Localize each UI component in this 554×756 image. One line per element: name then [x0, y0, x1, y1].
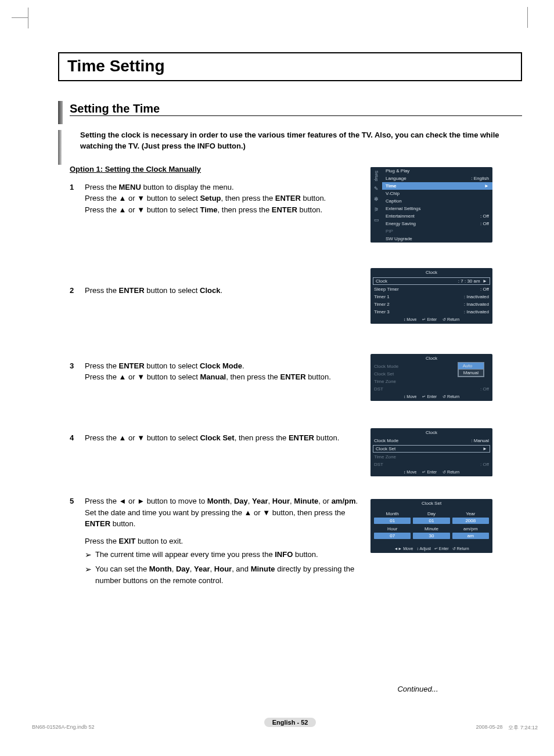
section-title-box: Time Setting — [58, 52, 522, 81]
step-body: Press the MENU button to display the men… — [85, 182, 326, 216]
note-item: ➢You can set the Month, Day, Year, Hour,… — [85, 563, 366, 586]
step-5: 5 Press the ◄ or ► button to move to Mon… — [70, 495, 366, 586]
cs-hour: Hour07 — [374, 526, 411, 539]
crop-mark-icon — [516, 17, 528, 29]
plug-icon: ⚞ — [373, 207, 379, 212]
osd-item-energy: Energy Saving: Off — [382, 220, 492, 227]
subheading-underline — [70, 115, 522, 116]
osd-clock-set-grid: Clock Set Month01 Day01 Year2008 Hour07 … — [370, 499, 492, 553]
osd-item-language: Language: English — [382, 175, 492, 182]
print-time: 오후 7:24:12 — [508, 724, 538, 732]
step-body: Press the ◄ or ► button to move to Month… — [85, 495, 366, 586]
panel-icon: ▭ — [373, 217, 379, 223]
print-footer: BN68-01526A-Eng.indb 52 2008-05-28 오후 7:… — [32, 724, 538, 732]
step-body: Press the ENTER button to select Clock M… — [85, 360, 331, 383]
step-3: 3 Press the ENTER button to select Clock… — [70, 360, 366, 383]
osd-item-clock-set: Clock Set► — [373, 445, 490, 453]
osd-title: Clock — [370, 428, 492, 437]
enter-icon: ↵ — [422, 395, 426, 399]
osd-item-timer2: Timer 2: Inactivated — [370, 301, 492, 308]
osd-title: Clock — [370, 354, 492, 363]
tool-icon: ✎ — [373, 186, 379, 191]
osd-item-timer3: Timer 3: Inactivated — [370, 308, 492, 316]
step-body: Press the ENTER button to select Clock. — [85, 285, 222, 296]
osd-item-timer1: Timer 1: Inactivated — [370, 293, 492, 301]
intro-block: Setting the clock is necessary in order … — [58, 130, 522, 165]
osd-item-clock-mode: Clock Mode: Manual — [370, 437, 492, 444]
osd-category-tabs: Setup ✎ ✻ ⚞ ▭ — [370, 167, 382, 243]
osd-item-sw-upgrade: SW Upgrade — [382, 235, 492, 243]
intro-text: Setting the clock is necessary in order … — [80, 130, 522, 152]
crop-mark-icon — [12, 17, 28, 34]
return-icon: ↺ — [443, 470, 446, 474]
osd-clock-mode-menu: Clock Clock Mode Clock Set Time Zone DST… — [370, 354, 492, 401]
updown-icon: ↕ — [404, 470, 406, 474]
osd-item-sleep-timer: Sleep Timer: Off — [370, 285, 492, 293]
osd-tab-setup: Setup — [375, 171, 379, 181]
osd-footer: ◄► Move ↕ Adjust ↵ Enter ↺ Return — [370, 545, 492, 553]
updown-icon: ↕ — [404, 317, 406, 321]
note-arrow-icon: ➢ — [85, 563, 95, 586]
manual-page: Time Setting Setting the Time Setting th… — [0, 0, 554, 739]
osd-title: Clock Set — [370, 499, 492, 508]
enter-icon: ↵ — [422, 470, 426, 474]
osd-item-dst: DST: Off — [370, 461, 492, 468]
subheading: Setting the Time — [70, 101, 522, 115]
cs-year: Year2008 — [452, 511, 489, 524]
osd-popup-options: Auto Manual — [458, 362, 484, 377]
return-icon: ↺ — [443, 317, 446, 321]
osd-clock-set-menu: Clock Clock Mode: Manual Clock Set► Time… — [370, 428, 492, 476]
accent-bar-icon — [58, 130, 62, 165]
cs-day: Day01 — [413, 511, 449, 524]
note-arrow-icon: ➢ — [85, 549, 95, 561]
osd-setup-menu: Setup ✎ ✻ ⚞ ▭ Plug & Play Language: Engl… — [370, 167, 492, 243]
updown-icon: ↕ — [416, 547, 419, 551]
step-number: 1 — [70, 182, 85, 216]
enter-icon: ↵ — [422, 317, 426, 321]
osd-item-entertainment: Entertainment: Off — [382, 212, 492, 220]
osd-option-manual: Manual — [458, 369, 484, 377]
osd-item-plug-play: Plug & Play — [382, 167, 492, 175]
cs-month: Month01 — [374, 511, 411, 524]
accent-bar-icon — [58, 101, 63, 124]
continued-text: Continued... — [314, 685, 522, 693]
osd-title: Clock — [370, 268, 492, 277]
updown-icon: ↕ — [404, 395, 406, 399]
print-doc-id: BN68-01526A-Eng.indb 52 — [32, 724, 95, 732]
print-date: 2008-05-28 — [476, 724, 502, 732]
step-number: 3 — [70, 360, 85, 383]
enter-icon: ↵ — [434, 547, 438, 551]
leftright-icon: ◄► — [394, 547, 402, 551]
step-body: Press the ▲ or ▼ button to select Clock … — [85, 432, 339, 444]
osd-item-pip: PIP — [382, 227, 492, 235]
step-1: 1 Press the MENU button to display the m… — [70, 182, 366, 216]
step-4: 4 Press the ▲ or ▼ button to select Cloc… — [70, 432, 366, 444]
step-2: 2 Press the ENTER button to select Clock… — [70, 285, 366, 296]
return-icon: ↺ — [452, 547, 456, 551]
cs-minute: Minute30 — [413, 526, 449, 539]
osd-item-vchip: V-Chip — [382, 190, 492, 197]
cs-ampm: am/pmam — [452, 526, 489, 539]
step-number: 2 — [70, 285, 85, 296]
osd-option-auto: Auto — [458, 363, 484, 369]
osd-item-caption: Caption — [382, 197, 492, 205]
osd-footer: ↕ Move ↵ Enter ↺ Return — [370, 393, 492, 401]
osd-item-external: External Settings — [382, 205, 492, 212]
osd-item-time: Time► — [382, 182, 492, 190]
return-icon: ↺ — [443, 395, 446, 399]
osd-item-dst: DST: Off — [370, 385, 492, 393]
steps-list: 1 Press the MENU button to display the m… — [70, 182, 366, 587]
note-item: ➢The current time will appear every time… — [85, 549, 366, 561]
step-number: 4 — [70, 432, 85, 444]
osd-footer: ↕ Move ↵ Enter ↺ Return — [370, 316, 492, 324]
osd-item-time-zone: Time Zone — [370, 378, 492, 385]
osd-clock-menu: Clock Clock: 7 : 30 am ► Sleep Timer: Of… — [370, 268, 492, 324]
osd-footer: ↕ Move ↵ Enter ↺ Return — [370, 468, 492, 476]
subheading-block: Setting the Time — [58, 101, 522, 124]
osd-item-clock: Clock: 7 : 30 am ► — [373, 277, 490, 285]
step-number: 5 — [70, 495, 85, 586]
gear-icon: ✻ — [373, 196, 379, 202]
section-title: Time Setting — [67, 57, 513, 75]
osd-item-time-zone: Time Zone — [370, 453, 492, 461]
